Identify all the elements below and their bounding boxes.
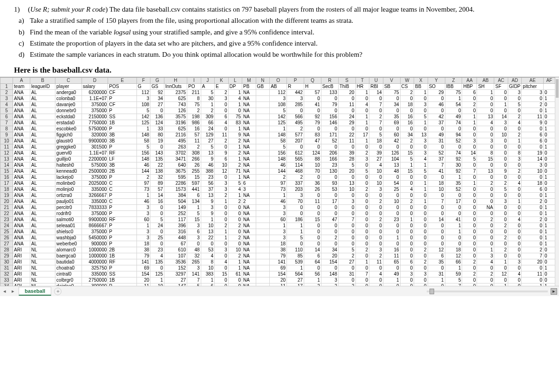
cell[interactable]: 2	[522, 199, 544, 205]
cell[interactable]: ANA	[13, 108, 30, 114]
cell[interactable]: 3	[414, 150, 428, 156]
cell[interactable]: 0	[338, 211, 355, 217]
cell[interactable]: 0	[428, 144, 445, 150]
cell[interactable]: 0	[228, 205, 242, 211]
cell[interactable]: 10	[494, 132, 508, 138]
cell[interactable]: 0	[414, 241, 428, 247]
cell[interactable]: 0	[355, 162, 369, 169]
cell[interactable]	[256, 253, 270, 259]
cell[interactable]: 79	[270, 253, 287, 259]
cell[interactable]	[256, 193, 270, 199]
cell[interactable]: 3	[187, 235, 201, 241]
cell[interactable]: 1	[544, 265, 555, 271]
cell[interactable]: weberbe0	[55, 241, 82, 247]
cell[interactable]: 1B	[108, 120, 137, 126]
cell[interactable]: 0	[462, 217, 477, 223]
cell[interactable]: bautida0	[55, 259, 82, 265]
cell[interactable]: 316	[164, 229, 187, 235]
cell[interactable]: 0	[355, 277, 369, 284]
col-letter[interactable]: U	[369, 78, 383, 84]
cell[interactable]: 0	[544, 271, 555, 277]
cell[interactable]: CF	[108, 102, 137, 108]
cell[interactable]: 300000	[82, 284, 108, 286]
cell[interactable]	[256, 114, 270, 120]
cell[interactable]: 125	[150, 271, 164, 277]
header-cell[interactable]: G	[136, 84, 150, 90]
cell[interactable]: 20	[321, 253, 338, 259]
cell[interactable]: 0	[445, 193, 462, 199]
cell[interactable]: 0	[477, 162, 494, 169]
cell[interactable]: 2200000	[82, 156, 108, 162]
cell[interactable]: 0	[428, 108, 445, 114]
cell[interactable]: 0	[462, 96, 477, 102]
cell[interactable]: 60	[383, 132, 400, 138]
cell[interactable]: 0	[355, 181, 369, 187]
cell[interactable]: C	[108, 181, 137, 187]
col-letter[interactable]: R	[321, 78, 338, 84]
cell[interactable]: 11	[187, 138, 201, 144]
cell[interactable]: 97	[136, 181, 150, 187]
cell[interactable]: 3536	[164, 259, 187, 265]
cell[interactable]: 6	[215, 114, 229, 120]
cell[interactable]: 1	[494, 284, 508, 286]
cell[interactable]: percitr0	[55, 205, 82, 211]
cell[interactable]: 0	[414, 223, 428, 229]
row-number[interactable]: 32	[0, 271, 13, 277]
cell[interactable]	[256, 277, 270, 284]
cell[interactable]: NA	[242, 108, 256, 114]
cell[interactable]: 0	[321, 144, 338, 150]
cell[interactable]: ARI	[13, 247, 30, 253]
cell[interactable]: 52	[321, 138, 338, 144]
cell[interactable]: 57	[304, 90, 321, 96]
cell[interactable]: 0	[508, 277, 522, 284]
cell[interactable]: 0	[544, 217, 555, 223]
cell[interactable]: 0	[321, 193, 338, 199]
cell[interactable]: 0	[304, 126, 321, 132]
cell[interactable]: 171	[321, 132, 338, 138]
cell[interactable]: 0	[355, 211, 369, 217]
cell[interactable]: 0	[428, 284, 445, 286]
cell[interactable]: 0	[215, 108, 229, 114]
cell[interactable]: 0	[355, 217, 369, 223]
row-number[interactable]: 29	[0, 253, 13, 259]
cell[interactable]: 149	[164, 205, 187, 211]
cell[interactable]: 6	[522, 132, 544, 138]
cell[interactable]: 0	[462, 235, 477, 241]
cell[interactable]: AL	[30, 205, 55, 211]
cell[interactable]: 1	[544, 241, 555, 247]
cell[interactable]: pauljo01	[55, 199, 82, 205]
col-letter[interactable]: D	[82, 78, 108, 84]
cell[interactable]	[256, 138, 270, 144]
col-letter[interactable]: H	[164, 78, 187, 84]
cell[interactable]: 38	[136, 247, 150, 253]
cell[interactable]: 148	[136, 156, 150, 162]
cell[interactable]: 0	[508, 162, 522, 169]
cell[interactable]: 0	[508, 193, 522, 199]
cell[interactable]: ANA	[13, 169, 30, 175]
cell[interactable]: 7	[338, 217, 355, 223]
row-number[interactable]: 5	[0, 108, 13, 114]
cell[interactable]: 335000	[82, 271, 108, 277]
cell[interactable]: 2	[228, 199, 242, 205]
cell[interactable]: 154	[270, 271, 287, 277]
col-letter[interactable]: AE	[522, 78, 544, 84]
cell[interactable]: AL	[30, 126, 55, 132]
cell[interactable]: 15	[187, 217, 201, 223]
cell[interactable]: 335000	[82, 199, 108, 205]
cell[interactable]: 42	[428, 114, 445, 120]
cell[interactable]: 4000000	[82, 259, 108, 265]
cell[interactable]: 1	[428, 277, 445, 284]
cell[interactable]: 1	[414, 90, 428, 96]
cell[interactable]: 0	[355, 175, 369, 181]
cell[interactable]: 0	[414, 253, 428, 259]
cell[interactable]: 0	[355, 199, 369, 205]
cell[interactable]: 0	[383, 223, 400, 229]
cell[interactable]: 0	[462, 132, 477, 138]
cell[interactable]: 0	[544, 162, 555, 169]
cell[interactable]	[256, 102, 270, 108]
cell[interactable]: 3	[287, 193, 304, 199]
cell[interactable]: 0	[355, 126, 369, 132]
cell[interactable]: 124	[150, 120, 164, 126]
cell[interactable]: 79	[321, 102, 338, 108]
cell[interactable]: 2	[508, 132, 522, 138]
